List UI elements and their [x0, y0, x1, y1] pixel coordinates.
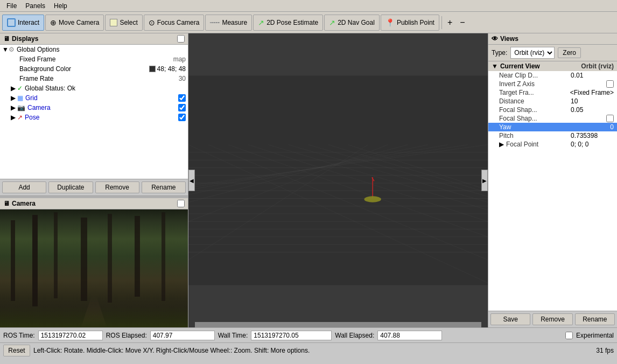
nav-goal-button[interactable]: ↗ 2D Nav Goal	[324, 15, 380, 31]
publish-point-button[interactable]: 📍 Publish Point	[381, 15, 439, 31]
displays-header: 🖥 Displays	[0, 33, 188, 45]
right-panel: 👁 Views Type: Orbit (rviz) Zero ▼ Curren…	[488, 33, 617, 327]
invert-z-checkbox[interactable]	[606, 80, 614, 88]
experimental-checkbox[interactable]	[565, 332, 573, 339]
ros-elapsed-input[interactable]	[150, 331, 215, 340]
publish-point-icon: 📍	[385, 18, 395, 27]
select-button[interactable]: Select	[105, 15, 142, 31]
wall-time-input[interactable]	[251, 331, 332, 340]
bottom-hint: Reset Left-Click: Rotate. Middle-Click: …	[0, 342, 617, 358]
background-color-swatch	[149, 66, 156, 72]
views-rename-button[interactable]: Rename	[575, 313, 615, 325]
grid-item[interactable]: ▶ ▦ Grid	[0, 93, 188, 103]
global-status-expand[interactable]: ▶	[11, 85, 17, 92]
view-prop-focal-point[interactable]: ▶ Focal Point 0; 0; 0	[488, 140, 617, 149]
menubar: File Panels Help	[0, 0, 617, 12]
views-content: ▼ Current View Orbit (rviz) Near Clip D.…	[488, 61, 617, 311]
focus-camera-button[interactable]: ⊙ Focus Camera	[144, 15, 205, 31]
focal-point-expand[interactable]: ▶	[499, 141, 504, 148]
camera-checkbox[interactable]	[178, 104, 186, 111]
camera-section-icon: 🖥	[3, 200, 10, 207]
global-options-expand[interactable]: ▼	[2, 46, 9, 53]
camera-expand[interactable]: ▶	[11, 104, 17, 111]
view-prop-near-clip: Near Clip D... 0.01	[488, 71, 617, 80]
duplicate-button[interactable]: Duplicate	[48, 181, 93, 193]
wall-elapsed-label: Wall Elapsed:	[335, 332, 374, 339]
view-prop-focal-shape-1: Focal Shap... 0.05	[488, 106, 617, 114]
toolbar-add-icon[interactable]: +	[444, 16, 455, 29]
remove-button[interactable]: Remove	[95, 181, 139, 193]
ros-time-label: ROS Time:	[3, 332, 35, 339]
views-save-button[interactable]: Save	[490, 313, 530, 325]
focus-camera-icon: ⊙	[149, 18, 155, 27]
measure-icon	[210, 20, 220, 25]
displays-monitor-icon: 🖥	[3, 35, 10, 43]
grid-icon: ▦	[17, 94, 23, 102]
check-icon: ✓	[17, 85, 23, 92]
viewport-right-arrow[interactable]: ▶	[481, 170, 488, 191]
3d-viewport[interactable]: ◀ ▶	[188, 33, 488, 327]
experimental-label: Experimental	[576, 332, 614, 339]
camera-section: 🖥 Camera	[0, 198, 188, 327]
ros-time-input[interactable]	[38, 331, 103, 340]
camera-image	[0, 209, 188, 327]
fixed-frame-item: Fixed Frame map	[0, 54, 188, 64]
menu-help[interactable]: Help	[50, 1, 72, 11]
camera-icon: 📷	[17, 104, 25, 111]
viewport-left-arrow[interactable]: ◀	[188, 170, 195, 191]
wall-elapsed-input[interactable]	[377, 331, 442, 340]
interact-icon	[7, 18, 16, 27]
nav-goal-icon: ↗	[329, 18, 335, 27]
move-camera-icon: ⊕	[50, 18, 57, 27]
interact-button[interactable]: Interact	[2, 15, 44, 31]
pose-expand[interactable]: ▶	[11, 114, 17, 121]
zero-button[interactable]: Zero	[558, 47, 581, 58]
rename-button[interactable]: Rename	[142, 181, 186, 193]
displays-checkbox[interactable]	[177, 35, 185, 43]
background-color-item[interactable]: Background Color 48; 48; 48	[0, 64, 188, 74]
views-section: 👁 Views Type: Orbit (rviz) Zero ▼ Curren…	[488, 33, 617, 327]
view-prop-target-frame: Target Fra... <Fixed Frame>	[488, 88, 617, 97]
menu-panels[interactable]: Panels	[21, 1, 50, 11]
pose-item[interactable]: ▶ ↗ Pose	[0, 113, 188, 122]
camera-section-checkbox[interactable]	[177, 200, 185, 207]
global-options-gear-icon: ⚙	[9, 46, 15, 53]
reset-button[interactable]: Reset	[3, 345, 30, 356]
views-remove-button[interactable]: Remove	[532, 313, 572, 325]
toolbar-remove-icon[interactable]: −	[457, 16, 468, 29]
hint-text: Left-Click: Rotate. Middle-Click: Move X…	[33, 347, 310, 354]
camera-tree-item[interactable]: ▶ 📷 Camera	[0, 103, 188, 113]
grid-expand[interactable]: ▶	[11, 94, 17, 102]
current-view-header[interactable]: ▼ Current View Orbit (rviz)	[488, 61, 617, 71]
menu-file[interactable]: File	[2, 1, 21, 11]
3d-grid-svg	[188, 33, 488, 327]
viewport-scrollbar[interactable]	[195, 322, 481, 327]
focal-shape-checkbox[interactable]	[606, 115, 614, 122]
frame-rate-item: Frame Rate 30	[0, 74, 188, 83]
statusbar: ROS Time: ROS Elapsed: Wall Time: Wall E…	[0, 327, 617, 342]
move-camera-button[interactable]: ⊕ Move Camera	[45, 15, 104, 31]
global-status-item[interactable]: ▶ ✓ Global Status: Ok	[0, 83, 188, 93]
add-button[interactable]: Add	[2, 181, 46, 193]
pose-checkbox[interactable]	[178, 114, 186, 121]
fps-display: 31 fps	[596, 347, 614, 354]
toolbar-separator	[441, 16, 442, 29]
measure-button[interactable]: Measure	[205, 15, 252, 31]
view-prop-pitch: Pitch 0.735398	[488, 131, 617, 140]
displays-section: 🖥 Displays ▼ ⚙ Global Options Fixed Fram…	[0, 33, 188, 196]
wall-time-label: Wall Time:	[218, 332, 248, 339]
view-type-select[interactable]: Orbit (rviz)	[510, 47, 555, 59]
grid-checkbox[interactable]	[178, 94, 186, 102]
svg-point-33	[364, 196, 381, 202]
pose-estimate-button[interactable]: ↗ 2D Pose Estimate	[253, 15, 323, 31]
global-options-item[interactable]: ▼ ⚙ Global Options	[0, 45, 188, 54]
view-prop-yaw[interactable]: Yaw 0	[488, 123, 617, 131]
views-icon: 👁	[492, 35, 498, 43]
ros-elapsed-label: ROS Elapsed:	[106, 332, 147, 339]
type-row: Type: Orbit (rviz) Zero	[488, 45, 617, 61]
svg-rect-0	[188, 75, 488, 285]
views-buttons: Save Remove Rename	[488, 311, 617, 327]
views-header: 👁 Views	[488, 33, 617, 45]
current-view-expand[interactable]: ▼	[492, 62, 498, 70]
main-area: 🖥 Displays ▼ ⚙ Global Options Fixed Fram…	[0, 33, 617, 327]
